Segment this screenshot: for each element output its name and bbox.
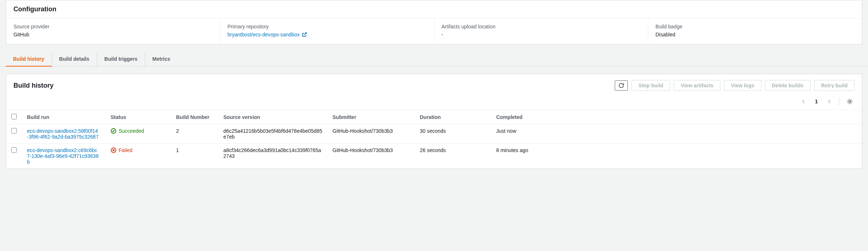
select-all-checkbox[interactable] xyxy=(11,114,17,119)
tabs-container: Build history Build details Build trigge… xyxy=(0,52,868,67)
build-run-link[interactable]: ecs-devops-sandbox2:58f00f14-3f96-4f62-9… xyxy=(27,128,100,140)
stop-build-button[interactable]: Stop build xyxy=(632,80,670,91)
build-number-cell: 1 xyxy=(171,144,218,169)
submitter-cell: GitHub-Hookshot/730b3b3 xyxy=(327,124,415,144)
source-version-cell: d6c25a41216b5b03e5f4bf6d478e4be05d85e7eb xyxy=(223,128,322,140)
config-value: Disabled xyxy=(656,32,855,37)
build-history-title: Build history xyxy=(13,82,53,89)
delete-builds-button[interactable]: Delete builds xyxy=(765,80,811,91)
tab-metrics[interactable]: Metrics xyxy=(145,52,178,66)
col-build-run: Build run xyxy=(22,110,105,124)
status-succeeded: Succeeded xyxy=(111,128,166,134)
col-submitter: Submitter xyxy=(327,110,415,124)
config-label: Primary repository xyxy=(227,24,426,29)
col-duration: Duration xyxy=(415,110,491,124)
refresh-icon xyxy=(618,83,624,88)
row-checkbox[interactable] xyxy=(11,128,17,134)
config-artifacts-location: Artifacts upload location - xyxy=(434,19,648,44)
config-value: - xyxy=(442,32,641,37)
col-build-number: Build Number xyxy=(171,110,218,124)
col-status: Status xyxy=(105,110,171,124)
error-icon xyxy=(111,147,116,153)
tab-build-details[interactable]: Build details xyxy=(52,52,97,66)
completed-cell: Just now xyxy=(491,124,862,144)
table-row: ecs-devops-sandbox2:58f00f14-3f96-4f62-9… xyxy=(6,124,862,144)
status-failed: Failed xyxy=(111,147,166,153)
config-build-badge: Build badge Disabled xyxy=(648,19,862,44)
config-primary-repository: Primary repository bryantbost/ecs-devops… xyxy=(220,19,434,44)
gear-icon xyxy=(847,98,853,105)
configuration-panel: Configuration Source provider GitHub Pri… xyxy=(6,0,862,44)
view-artifacts-button[interactable]: View artifacts xyxy=(674,80,720,91)
config-label: Build badge xyxy=(656,24,855,29)
build-number-cell: 2 xyxy=(171,124,218,144)
tab-build-triggers[interactable]: Build triggers xyxy=(97,52,145,66)
duration-cell: 30 seconds xyxy=(415,124,491,144)
duration-cell: 26 seconds xyxy=(415,144,491,169)
primary-repository-link[interactable]: bryantbost/ecs-devops-sandbox xyxy=(227,32,307,37)
source-version-cell: a8cf34c266dec6a3d991a0bc14c339f0765a2743 xyxy=(223,147,322,159)
retry-build-button[interactable]: Retry build xyxy=(814,80,855,91)
config-label: Artifacts upload location xyxy=(442,24,641,29)
prev-page-button[interactable] xyxy=(800,97,808,105)
config-label: Source provider xyxy=(13,24,212,29)
tab-build-history[interactable]: Build history xyxy=(6,52,52,66)
table-row: ecs-devops-sandbox2:c69c6bc7-130e-4af3-9… xyxy=(6,144,862,169)
view-logs-button[interactable]: View logs xyxy=(724,80,761,91)
submitter-cell: GitHub-Hookshot/730b3b3 xyxy=(327,144,415,169)
build-history-table: Build run Status Build Number Source ver… xyxy=(6,110,862,168)
refresh-button[interactable] xyxy=(615,80,628,91)
next-page-button[interactable] xyxy=(825,97,833,105)
completed-cell: 8 minutes ago xyxy=(491,144,862,169)
configuration-title: Configuration xyxy=(13,5,855,13)
page-number: 1 xyxy=(813,99,820,104)
success-icon xyxy=(111,128,116,134)
external-link-icon xyxy=(302,32,307,37)
build-history-panel: Build history Stop build View artifacts … xyxy=(6,74,862,169)
chevron-right-icon xyxy=(827,99,832,104)
chevron-left-icon xyxy=(801,99,806,104)
col-completed: Completed xyxy=(491,110,862,124)
config-source-provider: Source provider GitHub xyxy=(6,19,220,44)
svg-point-0 xyxy=(849,101,851,103)
row-checkbox[interactable] xyxy=(11,147,17,153)
build-run-link[interactable]: ecs-devops-sandbox2:c69c6bc7-130e-4af3-9… xyxy=(27,147,100,165)
config-value: GitHub xyxy=(13,32,212,37)
col-source-version: Source version xyxy=(218,110,327,124)
settings-button[interactable] xyxy=(845,97,855,106)
